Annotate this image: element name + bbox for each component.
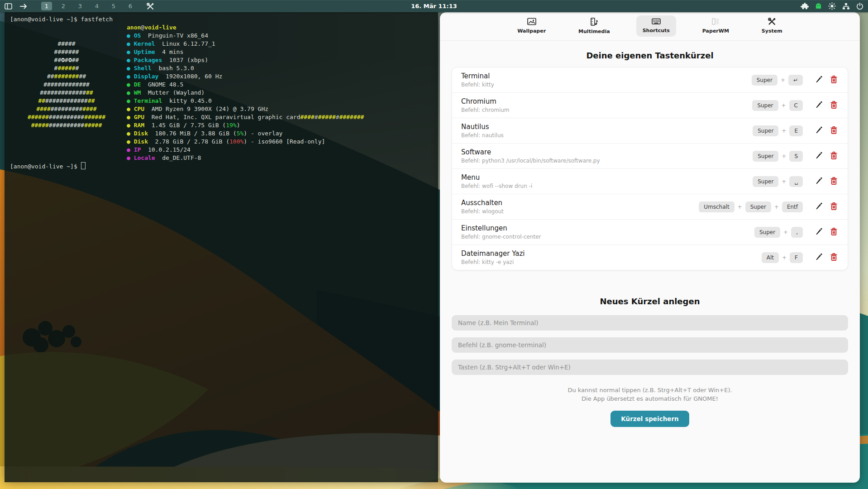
key-badge: Entf: [782, 201, 803, 212]
edit-shortcut-button[interactable]: [814, 226, 824, 238]
edit-shortcut-button[interactable]: [814, 150, 824, 162]
trash-icon: [830, 177, 837, 186]
clock-text[interactable]: 16. Mär 11:13: [411, 3, 457, 10]
plus-separator: +: [782, 254, 787, 261]
keys-input[interactable]: [452, 360, 848, 375]
delete-shortcut-button[interactable]: [829, 100, 839, 111]
workspace-2[interactable]: 2: [58, 2, 69, 10]
fastfetch-row: ################● Terminal kitty 0.45.0: [10, 97, 438, 105]
key-badge: Umschalt: [699, 201, 734, 212]
key-combo: Super+C: [752, 100, 803, 111]
command-input[interactable]: [452, 337, 848, 353]
shortcut-title: Software: [461, 148, 753, 156]
delete-shortcut-button[interactable]: [829, 125, 839, 137]
terminal-window[interactable]: [anon@void-live ~]$ fastfetch anon@void-…: [5, 12, 438, 482]
fastfetch-row: ● OS Pinguin-TV x86_64: [10, 32, 438, 40]
trash-icon: [830, 228, 837, 237]
save-shortcut-button[interactable]: Kürzel speichern: [610, 411, 689, 427]
split-view-icon[interactable]: [5, 3, 12, 10]
edit-shortcut-button[interactable]: [814, 176, 824, 187]
tab-paperwm[interactable]: PaperWM: [696, 15, 735, 37]
fastfetch-row: #####● Kernel Linux 6.12.77_1: [10, 40, 438, 48]
workspace-6[interactable]: 6: [125, 2, 136, 10]
delete-shortcut-button[interactable]: [829, 226, 839, 238]
shortcut-row: Software Befehl: python3 /usr/local/bin/…: [452, 144, 848, 169]
terminal-prompt-line: [anon@void-live ~]$ fastfetch: [10, 15, 438, 24]
fastfetch-row: #######● Shell bash 5.3.0: [10, 64, 438, 72]
fastfetch-row: #############● DE GNOME 48.5: [10, 81, 438, 89]
shortcut-info: Dateimanager Yazi Befehl: kitty -e yazi: [461, 249, 762, 265]
pencil-icon: [815, 202, 822, 211]
pencil-icon: [815, 177, 822, 186]
pencil-icon: [815, 228, 822, 236]
name-input[interactable]: [452, 315, 848, 331]
workspace-4[interactable]: 4: [91, 2, 102, 10]
tab-system[interactable]: System: [755, 15, 789, 37]
edit-shortcut-button[interactable]: [814, 201, 824, 212]
key-badge: Super: [752, 100, 778, 111]
tools-icon[interactable]: [147, 3, 154, 10]
trash-icon: [830, 101, 837, 110]
trash-icon: [830, 76, 837, 85]
key-badge: Alt: [762, 252, 779, 263]
tab-wallpaper[interactable]: Wallpaper: [511, 15, 552, 37]
fastfetch-row: ##O#O##● Packages 1037 (xbps): [10, 56, 438, 64]
terminal-cursor: [81, 162, 86, 169]
arrow-right-icon[interactable]: [19, 3, 28, 10]
shortcut-command: Befehl: nautilus: [461, 132, 753, 139]
workspace-3[interactable]: 3: [75, 2, 86, 10]
edit-shortcut-button[interactable]: [814, 125, 824, 136]
shortcut-info: Software Befehl: python3 /usr/local/bin/…: [461, 148, 753, 164]
trash-icon: [830, 253, 837, 262]
shortcut-row: Dateimanager Yazi Befehl: kitty -e yazi …: [452, 245, 848, 270]
top-bar-right: [800, 2, 868, 10]
fastfetch-row: ● Disk 180.76 MiB / 3.88 GiB (5%) - over…: [10, 129, 438, 138]
tab-multimedia[interactable]: Multimedia: [572, 15, 616, 37]
shortcut-info: Ausschalten Befehl: wlogout: [461, 199, 699, 215]
shortcut-row: Einstellungen Befehl: gnome-control-cent…: [452, 220, 848, 245]
key-combo: Super+E: [753, 125, 803, 136]
delete-shortcut-button[interactable]: [829, 150, 839, 162]
fastfetch-row: ● IP 10.0.2.15/24: [10, 146, 438, 154]
fastfetch-row: #################● CPU AMD Ryzen 9 3900X…: [10, 105, 438, 113]
shortcut-command: Befehl: wofi --show drun -i: [461, 183, 753, 189]
network-icon[interactable]: [842, 3, 850, 10]
shortcut-command: Befehl: gnome-control-center: [461, 234, 754, 240]
plus-separator: +: [783, 229, 788, 235]
delete-shortcut-button[interactable]: [829, 176, 839, 187]
new-shortcut-heading: Neues Kürzel anlegen: [440, 297, 860, 306]
key-badge: Super: [754, 227, 780, 238]
key-badge: Super: [752, 75, 777, 86]
fastfetch-row: ####################● RAM 1.45 GiB / 7.7…: [10, 121, 438, 129]
hint-text: Du kannst normal tippen (z.B. Strg+Alt+T…: [440, 386, 860, 403]
shortcut-title: Einstellungen: [461, 224, 754, 232]
shortcut-info: Menu Befehl: wofi --show drun -i: [461, 173, 753, 189]
ghost-icon[interactable]: [815, 3, 822, 10]
key-combo: Super+S: [753, 151, 803, 162]
key-combo: Alt+F: [762, 252, 803, 263]
workspace-1[interactable]: 1: [41, 2, 52, 10]
tools-icon: [768, 18, 776, 27]
delete-shortcut-button[interactable]: [829, 74, 839, 86]
shortcut-row: Menu Befehl: wofi --show drun -i Super+␣: [452, 169, 848, 194]
power-icon[interactable]: [856, 3, 863, 10]
shortcut-row: Ausschalten Befehl: wlogout Umschalt+Sup…: [452, 194, 848, 220]
terminal-prompt-line: [anon@void-live ~]$: [10, 162, 438, 171]
shortcut-title: Ausschalten: [461, 199, 699, 207]
edit-shortcut-button[interactable]: [814, 100, 824, 111]
delete-shortcut-button[interactable]: [829, 201, 839, 213]
delete-shortcut-button[interactable]: [829, 252, 839, 264]
tab-label: Shortcuts: [643, 28, 670, 34]
extension-icon[interactable]: [800, 2, 809, 10]
shortcuts-heading: Deine eigenen Tastenkürzel: [440, 51, 860, 60]
brightness-icon[interactable]: [828, 2, 836, 10]
tab-bar: Wallpaper Multimedia Shortcuts PaperWM S…: [440, 12, 860, 41]
tab-shortcuts[interactable]: Shortcuts: [636, 15, 676, 37]
edit-shortcut-button[interactable]: [814, 74, 824, 86]
workspace-5[interactable]: 5: [108, 2, 119, 10]
shortcut-info: Einstellungen Befehl: gnome-control-cent…: [461, 224, 754, 240]
edit-shortcut-button[interactable]: [814, 252, 824, 263]
shortcut-command: Befehl: kitty -e yazi: [461, 259, 762, 265]
plus-separator: +: [782, 102, 786, 109]
shortcut-title: Terminal: [461, 72, 752, 80]
